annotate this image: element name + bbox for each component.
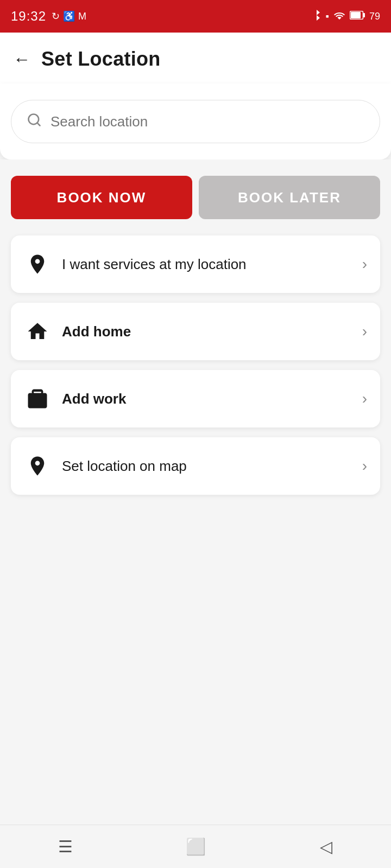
search-box[interactable] [11,100,380,143]
list-item-set-on-map[interactable]: Set location on map › [11,437,380,495]
status-icons: ↻ ♿ M [52,10,86,22]
book-later-button[interactable]: BOOK LATER [199,176,380,219]
nav-menu-button[interactable]: ☰ [43,831,87,863]
content-area: BOOK NOW BOOK LATER I want services at m… [0,159,391,511]
book-now-button[interactable]: BOOK NOW [11,176,192,219]
list-item-add-work[interactable]: Add work › [11,370,380,427]
wifi-icon [333,10,345,23]
nav-back-button[interactable]: ◁ [304,831,348,863]
accessibility-icon: ♿ [63,10,75,22]
list-item-add-home[interactable]: Add home › [11,303,380,360]
battery-icon [350,11,365,22]
bottom-nav: ☰ ⬜ ◁ [0,825,391,868]
status-bar-right: ▪ 79 [312,9,380,24]
page-title: Set Location [41,48,161,71]
home-nav-icon: ⬜ [186,837,206,856]
map-pin-icon [24,452,51,480]
chevron-right-icon: › [362,256,367,273]
chevron-right-icon: › [362,457,367,475]
book-buttons: BOOK NOW BOOK LATER [11,176,380,219]
pin-icon [24,251,51,278]
nav-home-button[interactable]: ⬜ [174,831,217,863]
svg-line-4 [37,123,40,125]
status-bar: 19:32 ↻ ♿ M ▪ 79 [0,0,391,33]
home-icon [24,318,51,345]
search-input[interactable] [51,113,364,130]
briefcase-icon [24,385,51,412]
status-time: 19:32 [11,9,46,24]
menu-icon: ☰ [58,837,73,856]
location-list: I want services at my location › Add hom… [11,235,380,495]
bluetooth-icon [312,9,321,24]
add-work-label: Add work [62,391,351,407]
search-section [0,84,391,159]
back-nav-icon: ◁ [320,837,332,856]
vibrate-icon: ▪ [326,11,329,22]
svg-rect-1 [351,12,361,18]
page-header: ← Set Location [0,33,391,84]
set-on-map-label: Set location on map [62,458,351,475]
sync-icon: ↻ [52,10,60,22]
back-button[interactable]: ← [13,50,30,68]
my-location-label: I want services at my location [62,256,351,273]
battery-percent: 79 [369,11,380,22]
gmail-icon: M [78,11,86,22]
list-item-my-location[interactable]: I want services at my location › [11,235,380,293]
add-home-label: Add home [62,323,351,340]
chevron-right-icon: › [362,390,367,407]
status-bar-left: 19:32 ↻ ♿ M [11,9,86,24]
chevron-right-icon: › [362,323,367,340]
svg-rect-2 [363,13,365,17]
search-icon [27,112,42,131]
